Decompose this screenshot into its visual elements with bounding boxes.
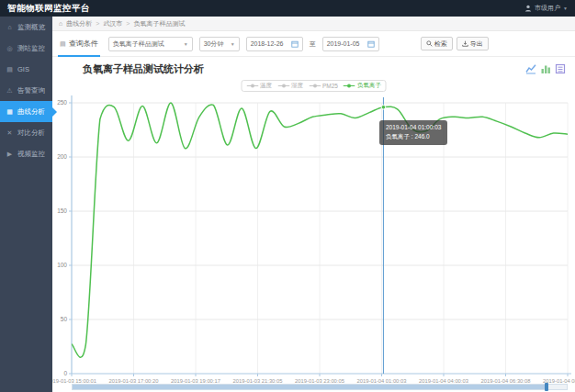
datazoom-slider[interactable] (72, 384, 568, 390)
sidebar-item-label: 告警查询 (17, 86, 45, 95)
user-label: 市级用户 (535, 4, 560, 13)
chevron-down-icon: ▼ (231, 41, 235, 47)
sidebar-item-label: 测站监控 (17, 44, 45, 53)
date-to-input[interactable]: 2019-01-05 (322, 37, 379, 51)
chart-title: 负氧离子样品测试统计分析 (83, 62, 204, 76)
chart-toolbox (525, 63, 566, 74)
sidebar-item-compare[interactable]: ✕对比分析 (0, 122, 52, 143)
legend-item[interactable]: 湿度 (277, 82, 303, 90)
date-from-input[interactable]: 2018-12-26 (246, 37, 303, 51)
sidebar-item-chart[interactable]: ▦曲线分析 (0, 101, 52, 122)
legend-item-label: 温度 (260, 82, 272, 90)
breadcrumb-item[interactable]: 曲线分析 (66, 19, 92, 28)
legend-item[interactable]: 温度 (246, 82, 272, 90)
breadcrumb-separator: > (96, 20, 99, 27)
sidebar-item-monitor[interactable]: ◎测站监控 (0, 38, 52, 59)
app-header: 智能物联网监控平台 市级用户 ▼ (0, 0, 575, 17)
filter-bar: ▤ 查询条件 负氧离子样品测试 ▼ 30分钟 ▼ 2018-12-26 至 20… (52, 31, 575, 57)
svg-text:100: 100 (57, 262, 67, 268)
breadcrumb-separator: > (126, 20, 130, 27)
svg-text:0: 0 (63, 370, 67, 376)
breadcrumb-items: 曲线分析>武汉市>负氧离子样品测试 (66, 19, 185, 28)
sidebar-item-video[interactable]: ▶视频监控 (0, 143, 52, 164)
chevron-down-icon: ▼ (563, 6, 568, 11)
breadcrumb: ⌂ 曲线分析>武汉市>负氧离子样品测试 (52, 17, 575, 31)
svg-text:250: 250 (57, 99, 67, 106)
legend-item[interactable]: PM25 (309, 83, 338, 89)
filter-actions: 检索 导出 (421, 37, 489, 50)
interval-select-value: 30分钟 (204, 39, 224, 49)
calendar-icon (367, 40, 375, 48)
legend-item-label: PM25 (322, 83, 338, 89)
interval-select[interactable]: 30分钟 ▼ (199, 37, 240, 51)
tab-query-conditions[interactable]: ▤ 查询条件 (56, 31, 102, 57)
compare-icon: ✕ (6, 129, 14, 137)
sidebar: ⌂监测概览◎测站监控▤GIS⚠告警查询▦曲线分析✕对比分析▶视频监控 (0, 17, 52, 392)
alert-icon: ⚠ (6, 87, 14, 95)
legend-marker-icon (277, 83, 289, 89)
monitor-icon: ◎ (6, 45, 14, 52)
legend-item[interactable]: 负氧离子 (344, 82, 381, 90)
sidebar-item-home[interactable]: ⌂监测概览 (0, 17, 52, 38)
sidebar-item-label: 监测概览 (17, 23, 45, 32)
sidebar-item-label: 视频监控 (17, 150, 45, 159)
breadcrumb-item[interactable]: 负氧离子样品测试 (133, 19, 185, 28)
metric-select[interactable]: 负氧离子样品测试 ▼ (108, 37, 193, 51)
sidebar-item-layers[interactable]: ▤GIS (0, 59, 52, 80)
app-title: 智能物联网监控平台 (7, 3, 90, 15)
calendar-icon (291, 40, 299, 48)
legend-marker-icon (309, 83, 321, 89)
chart-legend: 温度湿度PM25负氧离子 (241, 80, 387, 92)
active-arrow (52, 107, 57, 117)
date-to-value: 2019-01-05 (327, 40, 360, 47)
svg-text:150: 150 (57, 207, 67, 214)
legend-item-label: 湿度 (291, 82, 303, 90)
search-button-label: 检索 (434, 39, 447, 49)
chart-panel: 负氧离子样品测试统计分析 温度湿度PM25负氧离子 05010015020025… (52, 57, 575, 392)
chart-icon: ▦ (6, 108, 14, 116)
bar-chart-icon[interactable] (540, 63, 551, 74)
svg-text:200: 200 (57, 153, 67, 160)
metric-select-value: 负氧离子样品测试 (113, 39, 164, 49)
line-chart-icon[interactable] (525, 63, 536, 74)
export-icon (462, 40, 468, 47)
sidebar-item-label: 对比分析 (17, 129, 45, 138)
export-button-label: 导出 (470, 39, 483, 49)
grid-icon: ▤ (60, 40, 66, 48)
chevron-down-icon: ▼ (184, 41, 188, 47)
range-separator: 至 (310, 39, 316, 49)
layers-icon: ▤ (6, 66, 14, 73)
breadcrumb-item[interactable]: 武汉市 (103, 19, 122, 28)
main-content: ⌂ 曲线分析>武汉市>负氧离子样品测试 ▤ 查询条件 负氧离子样品测试 ▼ 30… (52, 17, 575, 392)
legend-marker-icon (344, 83, 355, 89)
data-view-icon[interactable] (555, 63, 566, 74)
tab-label: 查询条件 (69, 39, 98, 49)
datazoom-selected-range[interactable] (73, 385, 547, 389)
chart-svg: 0501001502002502019-01-03 15:00:012019-0… (52, 57, 575, 392)
date-from-value: 2018-12-26 (251, 40, 284, 47)
user-menu[interactable]: 市级用户 ▼ (524, 4, 568, 13)
search-icon (426, 40, 433, 47)
sidebar-item-label: GIS (17, 65, 29, 73)
datazoom-handle[interactable] (545, 383, 548, 391)
home-icon: ⌂ (6, 24, 14, 30)
sidebar-item-alert[interactable]: ⚠告警查询 (0, 80, 52, 101)
user-icon (524, 5, 532, 12)
home-icon: ⌂ (59, 20, 62, 27)
export-button[interactable]: 导出 (457, 37, 489, 50)
svg-text:50: 50 (61, 316, 68, 322)
legend-item-label: 负氧离子 (357, 82, 381, 90)
video-icon: ▶ (6, 151, 14, 158)
sidebar-item-label: 曲线分析 (17, 107, 45, 117)
legend-marker-icon (246, 83, 258, 89)
search-button[interactable]: 检索 (421, 37, 453, 50)
chart-plot-area[interactable]: 0501001502002502019-01-03 15:00:012019-0… (52, 57, 575, 392)
